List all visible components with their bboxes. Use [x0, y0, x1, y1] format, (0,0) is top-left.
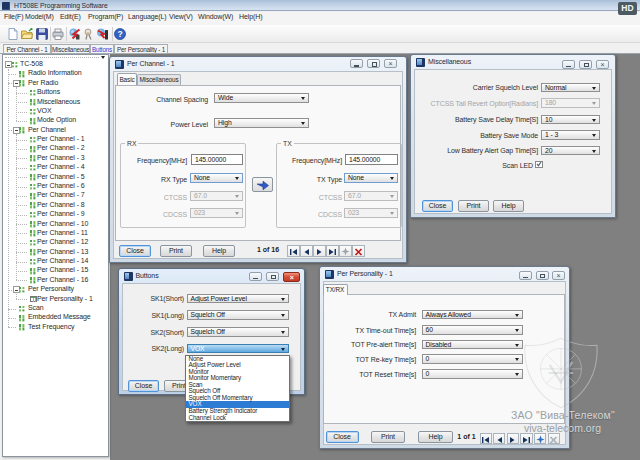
svg-text:?: ?: [117, 29, 122, 39]
